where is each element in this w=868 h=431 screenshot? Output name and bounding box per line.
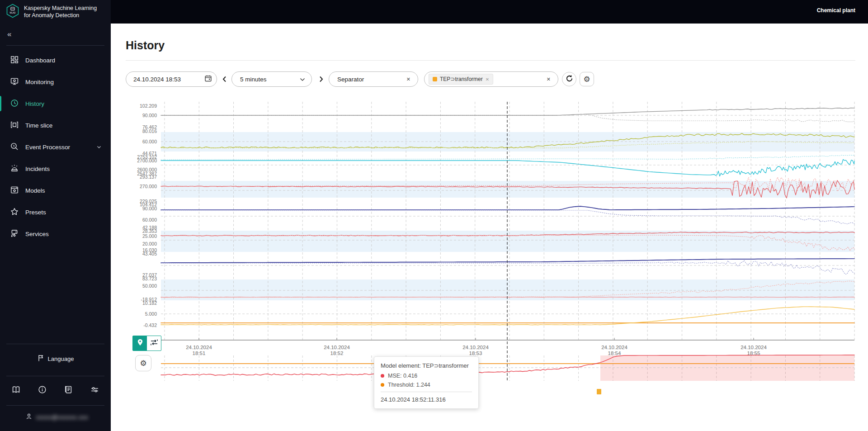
environment-name: Chemical plant [817, 7, 855, 14]
footer-icon-row [0, 376, 111, 403]
tooltip-timestamp: 24.10.2024 18:52:11.316 [381, 396, 472, 403]
svg-text:83.723: 83.723 [142, 276, 157, 281]
app-root: Chemical plant MLAD Kaspersky Machine Le… [0, 0, 868, 431]
sidebar-item-history[interactable]: History [0, 93, 111, 114]
svg-text:90.000: 90.000 [142, 113, 157, 118]
svg-text:24.10.202418:54: 24.10.202418:54 [601, 345, 627, 356]
svg-text:50.000: 50.000 [142, 283, 157, 289]
svg-text:60.000: 60.000 [142, 217, 157, 223]
sidebar-footer: Language xxxxx@xxxxxx.xxx [0, 341, 111, 431]
threshold-dot-icon [381, 383, 384, 387]
event-processor-icon [10, 142, 19, 152]
svg-text:60.000: 60.000 [142, 139, 157, 144]
svg-text:43.405: 43.405 [142, 251, 157, 256]
dashboard-icon [10, 55, 19, 66]
monitor-icon [10, 77, 19, 87]
sidebar-divider [6, 45, 104, 46]
docs-book-icon[interactable] [9, 383, 23, 396]
clock-icon [10, 99, 19, 109]
brand: MLAD Kaspersky Machine Learning for Anom… [0, 0, 111, 24]
siren-icon [10, 164, 19, 174]
svg-text:25.000: 25.000 [142, 233, 157, 239]
settings-sliders-icon[interactable] [88, 383, 102, 396]
compare-mode-button[interactable] [147, 336, 161, 350]
sidebar-nav: Dashboard Monitoring History Time slice … [0, 49, 111, 245]
tooltip-threshold-row: Threshold: 1.244 [381, 382, 472, 388]
user-email: xxxxx@xxxxxx.xxx [36, 414, 89, 421]
release-notes-icon[interactable] [62, 383, 75, 396]
svg-text:24.10.202418:52: 24.10.202418:52 [324, 345, 350, 356]
sidebar-item-incidents[interactable]: Incidents [0, 158, 111, 180]
mse-settings-button[interactable]: ⚙ [135, 355, 151, 371]
info-icon[interactable] [35, 383, 49, 396]
svg-text:-0.432: -0.432 [143, 322, 157, 328]
svg-text:24.10.202418:51: 24.10.202418:51 [186, 345, 212, 356]
language-button[interactable]: Language [0, 344, 111, 373]
models-icon [10, 185, 19, 196]
mlad-logo-icon: MLAD [6, 4, 19, 20]
gear-icon: ⚙ [140, 360, 146, 367]
tooltip-mse-row: MSE: 0.416 [381, 373, 472, 379]
svg-text:80.016: 80.016 [142, 128, 157, 134]
svg-text:MLAD: MLAD [10, 12, 16, 14]
chevron-down-icon[interactable] [96, 144, 102, 151]
svg-text:10.182: 10.182 [142, 300, 157, 306]
chart-tooltip: Model element: TEP⊃transformer MSE: 0.41… [374, 356, 479, 409]
sidebar-item-event-processor[interactable]: Event Processor [0, 136, 111, 158]
sidebar-collapse-button[interactable]: « [0, 24, 18, 43]
app-title: Kaspersky Machine Learning for Anomaly D… [24, 5, 97, 19]
sidebar-item-presets[interactable]: Presets [0, 201, 111, 223]
svg-text:293.137: 293.137 [140, 174, 157, 180]
tooltip-divider [381, 392, 472, 392]
time-slice-icon [10, 120, 19, 131]
star-icon [10, 207, 19, 218]
services-icon [10, 229, 19, 239]
chart-mode-toggle [132, 336, 161, 351]
sidebar-item-dashboard[interactable]: Dashboard [0, 49, 111, 71]
user-icon [25, 413, 33, 422]
svg-text:2700.000: 2700.000 [137, 158, 157, 163]
tooltip-model-element: Model element: TEP⊃transformer [381, 362, 472, 369]
sidebar-item-models[interactable]: Models [0, 180, 111, 201]
svg-text:5.000: 5.000 [145, 311, 157, 317]
sidebar: MLAD Kaspersky Machine Learning for Anom… [0, 0, 111, 431]
pin-mode-button[interactable] [133, 336, 147, 350]
location-pin-icon [137, 339, 143, 348]
sidebar-item-services[interactable]: Services [0, 223, 111, 245]
swap-arrows-icon [150, 339, 158, 348]
svg-text:102.209: 102.209 [140, 103, 157, 109]
user-account[interactable]: xxxxx@xxxxxx.xxx [0, 406, 111, 431]
svg-text:24.10.202418:55: 24.10.202418:55 [741, 345, 767, 356]
sidebar-item-time-slice[interactable]: Time slice [0, 114, 111, 136]
svg-text:270.000: 270.000 [140, 184, 157, 189]
flag-icon [37, 354, 44, 363]
mse-chart-layer [161, 355, 854, 394]
svg-text:24.10.202418:53: 24.10.202418:53 [462, 345, 489, 356]
mse-dot-icon [381, 374, 384, 378]
svg-text:90.000: 90.000 [142, 206, 157, 211]
svg-text:20.000: 20.000 [142, 241, 157, 246]
sidebar-item-monitoring[interactable]: Monitoring [0, 71, 111, 93]
top-bar: Chemical plant [0, 0, 868, 24]
